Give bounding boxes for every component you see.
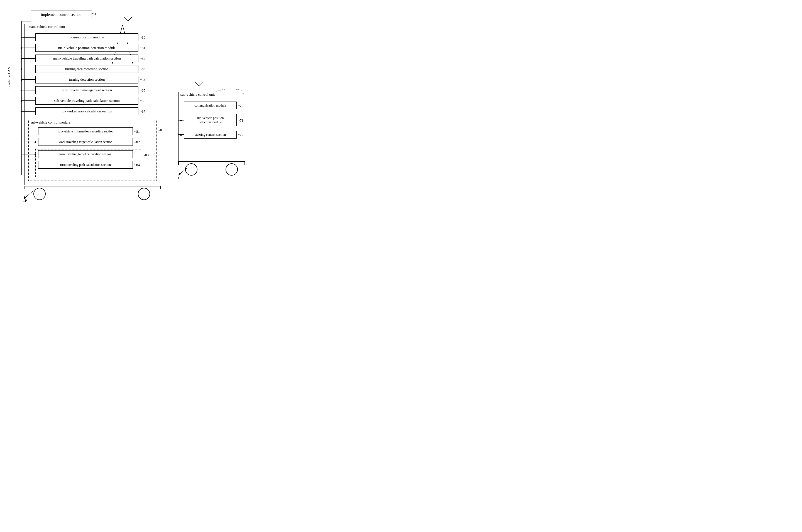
ref-61: ~61 xyxy=(140,46,145,50)
line-60 xyxy=(21,37,35,38)
line-64 xyxy=(21,79,35,80)
line-65 xyxy=(21,90,35,91)
line-66 xyxy=(21,100,35,101)
v-top xyxy=(21,21,22,21)
module-unworked-area: un-worked area calculation section xyxy=(35,108,139,115)
label-1c: 1C xyxy=(178,176,182,180)
ref-71: ~71 xyxy=(238,118,243,123)
diagram-container: in-vehicle LAN implement control section… xyxy=(5,5,245,200)
ref7-curve xyxy=(212,85,245,96)
sub-module-comm: communication module xyxy=(184,101,237,109)
line-72 xyxy=(178,134,184,135)
ref-31-tilde: ~ xyxy=(92,12,94,16)
ref-83: ~83 xyxy=(143,153,149,157)
ref-62: ~62 xyxy=(140,56,145,61)
module-turn-path-calc: turn traveling path calculation section xyxy=(38,161,133,169)
svg-line-9 xyxy=(195,82,199,86)
line-82 xyxy=(21,141,35,142)
module-position-detection: main-vehicle position detection module xyxy=(35,44,139,52)
line-61 xyxy=(21,48,35,48)
ref-67: ~67 xyxy=(140,109,145,114)
sub-module-steering: steering control section xyxy=(184,131,237,138)
impl-h-line xyxy=(21,21,31,21)
in-vehicle-lan-line xyxy=(21,21,22,175)
ref-31: 31 xyxy=(94,12,98,16)
ref-6: 6 xyxy=(128,14,129,18)
ref-66: ~66 xyxy=(140,99,145,103)
ref-81: ~81 xyxy=(134,129,140,134)
module-sub-info-recording: sub-vehicle information recording sectio… xyxy=(38,128,133,135)
ref-72: ~72 xyxy=(238,133,243,137)
wheel-main-right xyxy=(138,188,150,200)
line-71 xyxy=(178,120,184,120)
ref-70: ~70 xyxy=(238,103,243,108)
line-83 xyxy=(21,154,35,154)
module-traveling-path: main-vehicle traveling path calculation … xyxy=(35,55,139,62)
ref-64: ~64 xyxy=(140,78,145,82)
dot-83 xyxy=(35,154,36,155)
in-vehicle-lan-label: in-vehicle LAN xyxy=(7,67,12,90)
ref-60: ~60 xyxy=(140,35,145,40)
implement-control-label: implement control section xyxy=(41,13,81,17)
main-vehicle-label: main-vehicle control unit xyxy=(29,24,65,29)
line-67 xyxy=(21,111,35,112)
ref-82: ~82 xyxy=(134,140,140,145)
line-63 xyxy=(21,69,35,69)
ref-63: ~63 xyxy=(140,67,145,72)
svg-line-11 xyxy=(199,82,203,86)
module-work-traveling: work traveling target calculation sectio… xyxy=(38,138,133,146)
sub-vehicle-label: sub-vehicle control unit xyxy=(180,92,215,97)
module-sub-traveling-path: sub-vehicle traveling path calculation s… xyxy=(35,97,139,104)
ref-65: ~65 xyxy=(140,88,145,93)
sub-ctrl-module-label: sub-vehicle control module xyxy=(31,120,70,125)
sub-module-position: sub-vehicle position detection module xyxy=(184,114,237,126)
module-turning-detection: turning detection section xyxy=(35,76,139,83)
module-communication: communication module xyxy=(35,33,139,41)
module-turn-traveling-mgmt: turn traveling management section xyxy=(35,86,139,94)
dot-82 xyxy=(35,141,36,143)
implement-control-box: implement control section xyxy=(31,11,92,19)
wheel-sub-right xyxy=(225,163,238,175)
antenna-sub xyxy=(194,79,205,93)
label-1p: 1P xyxy=(23,198,27,203)
line-62 xyxy=(21,58,35,59)
module-turning-area: turning area recording section xyxy=(35,65,139,73)
ref-8: ~8 xyxy=(158,128,162,132)
ref-84: ~84 xyxy=(134,163,140,167)
module-turn-target-calc: turn traveling target calculation sectio… xyxy=(38,150,133,158)
